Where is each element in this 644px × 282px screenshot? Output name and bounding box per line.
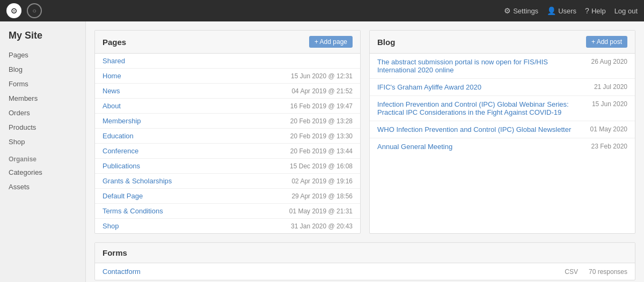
page-link[interactable]: About [103,102,121,110]
sidebar-item-blog[interactable]: Blog [0,62,85,77]
table-row: Terms & Conditions 01 May 2019 @ 21:31 [95,204,360,219]
blog-post-link[interactable]: Annual General Meeting [377,143,591,151]
blog-title: Blog [377,38,395,47]
help-icon: ? [585,6,589,15]
page-link[interactable]: Default Page [103,192,143,200]
settings-icon: ⚙ [504,6,511,15]
page-link[interactable]: Terms & Conditions [103,207,163,215]
table-row: Education 20 Feb 2019 @ 13:30 [95,129,360,144]
settings-link[interactable]: ⚙ Settings [504,6,538,15]
users-link[interactable]: 👤 Users [547,6,576,15]
page-date: 15 Dec 2019 @ 16:08 [290,162,353,170]
sidebar-item-categories[interactable]: Categories [0,165,85,180]
sidebar-item-orders[interactable]: Orders [0,106,85,120]
sidebar-item-shop[interactable]: Shop [0,135,85,149]
page-date: 20 Feb 2019 @ 13:30 [290,132,353,140]
form-link[interactable]: Contactform [103,268,141,276]
add-post-button[interactable]: + Add post [586,36,627,48]
table-row: Default Page 29 Apr 2019 @ 18:56 [95,189,360,204]
logout-link[interactable]: Log out [614,7,638,15]
blog-post-date: 23 Feb 2020 [591,143,627,150]
top-navigation: ⊙ ○ ⚙ Settings 👤 Users ? Help Log out [0,0,644,21]
page-date: 31 Jan 2020 @ 20:43 [291,222,353,230]
table-row: Grants & Scholarships 02 Apr 2019 @ 19:1… [95,174,360,189]
add-page-button[interactable]: + Add page [309,36,353,48]
blog-row: Infection Prevention and Control (IPC) G… [370,96,635,121]
page-link[interactable]: News [103,87,120,95]
sidebar-item-forms[interactable]: Forms [0,77,85,91]
page-link[interactable]: Membership [103,117,141,125]
nav-links: ⚙ Settings 👤 Users ? Help Log out [504,6,638,15]
page-link[interactable]: Grants & Scholarships [103,177,172,185]
forms-panel-header: Forms [95,243,635,263]
sidebar-item-assets[interactable]: Assets [0,180,85,194]
blog-row: WHO Infection Prevention and Control (IP… [370,121,635,138]
blog-post-link[interactable]: The abstract submission portal is now op… [377,58,591,74]
blog-panel-header: Blog + Add post [370,31,635,54]
site-title: My Site [0,30,85,48]
page-link[interactable]: Shared [103,57,125,65]
blog-post-date: 01 May 2020 [590,125,627,133]
main-layout: My Site Pages Blog Forms Members Orders … [0,21,644,282]
table-row: Home 15 Jun 2020 @ 12:31 [95,69,360,84]
page-link[interactable]: Shop [103,222,119,230]
page-date: 20 Feb 2019 @ 13:44 [290,147,353,155]
page-date: 04 Apr 2019 @ 21:52 [291,87,353,95]
sidebar: My Site Pages Blog Forms Members Orders … [0,21,86,282]
page-date: 02 Apr 2019 @ 19:16 [291,177,353,185]
blog-row: Annual General Meeting 23 Feb 2020 [370,138,635,155]
sidebar-item-products[interactable]: Products [0,120,85,135]
sidebar-item-members[interactable]: Members [0,91,85,106]
top-row: Pages + Add page Shared Home 15 Jun 2020… [94,30,635,234]
form-csv: CSV [565,268,578,276]
blog-post-link[interactable]: IFIC's Graham Ayliffe Award 2020 [377,83,594,91]
blog-post-date: 26 Aug 2020 [591,58,627,65]
pages-list: Shared Home 15 Jun 2020 @ 12:31 News 04 … [95,54,360,233]
blog-row: The abstract submission portal is now op… [370,54,635,79]
page-link[interactable]: Conference [103,147,138,155]
table-row: Publications 15 Dec 2019 @ 16:08 [95,159,360,174]
table-row: Conference 20 Feb 2019 @ 13:44 [95,144,360,159]
blog-post-link[interactable]: WHO Infection Prevention and Control (IP… [377,125,590,133]
table-row: Membership 20 Feb 2019 @ 13:28 [95,114,360,129]
help-link[interactable]: ? Help [585,6,606,15]
table-row: Shop 31 Jan 2020 @ 20:43 [95,219,360,233]
pages-panel-header: Pages + Add page [95,31,360,54]
page-date: 01 May 2019 @ 21:31 [289,207,353,215]
forms-list: Contactform CSV 70 responses [95,263,635,280]
pages-panel: Pages + Add page Shared Home 15 Jun 2020… [94,30,361,234]
form-responses: 70 responses [589,268,627,276]
page-date: 20 Feb 2019 @ 13:28 [290,117,353,125]
forms-panel: Forms Contactform CSV 70 responses [94,242,635,280]
site-logo-2[interactable]: ○ [27,3,42,18]
blog-row: IFIC's Graham Ayliffe Award 2020 21 Jul … [370,79,635,96]
forms-title: Forms [103,248,127,257]
page-date: 16 Feb 2019 @ 19:47 [290,102,353,110]
blog-post-link[interactable]: Infection Prevention and Control (IPC) G… [377,100,592,116]
sidebar-item-pages[interactable]: Pages [0,48,85,62]
page-date: 15 Jun 2020 @ 12:31 [291,72,353,80]
page-date: 29 Apr 2019 @ 18:56 [291,192,353,200]
table-row: About 16 Feb 2019 @ 19:47 [95,99,360,114]
page-link[interactable]: Home [103,72,121,80]
main-content: Pages + Add page Shared Home 15 Jun 2020… [86,21,644,282]
table-row: Shared [95,54,360,69]
blog-post-date: 21 Jul 2020 [594,83,627,91]
page-link[interactable]: Education [103,132,134,140]
page-link[interactable]: Publications [103,162,140,170]
table-row: News 04 Apr 2019 @ 21:52 [95,84,360,99]
pages-title: Pages [103,38,126,47]
blog-list: The abstract submission portal is now op… [370,54,635,155]
site-logo-1[interactable]: ⊙ [6,3,21,18]
blog-panel: Blog + Add post The abstract submission … [369,30,635,234]
forms-row: Contactform CSV 70 responses [95,263,635,280]
nav-logos: ⊙ ○ [6,3,42,18]
users-icon: 👤 [547,6,556,15]
blog-post-date: 15 Jun 2020 [592,100,627,108]
forms-meta: CSV 70 responses [565,268,627,276]
organise-label: Organise [0,149,85,165]
